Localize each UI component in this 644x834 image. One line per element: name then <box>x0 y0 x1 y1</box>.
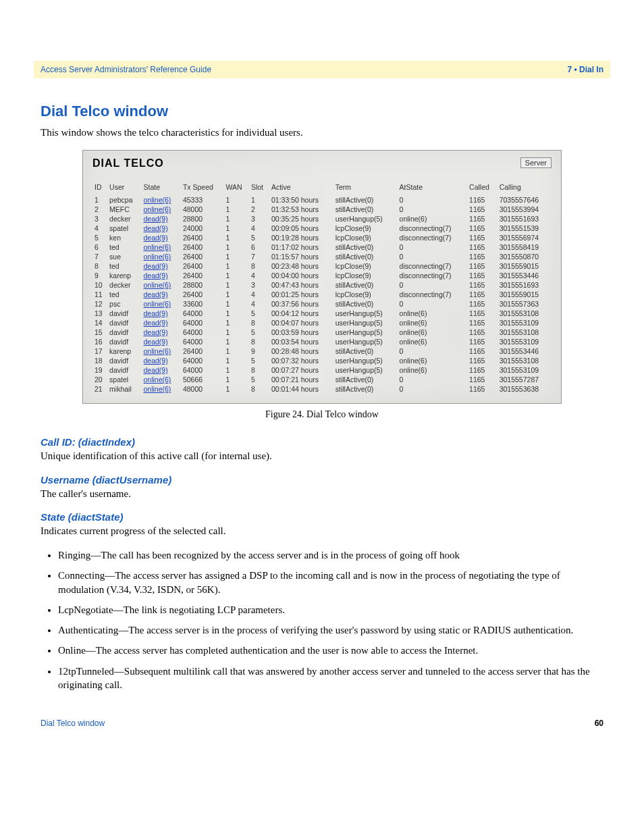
section-text: Unique identification of this active cal… <box>41 449 603 463</box>
col-state: State <box>141 182 180 195</box>
page-header: Access Server Administrators' Reference … <box>34 61 610 78</box>
list-item: Connecting—The access server has assigne… <box>58 569 603 596</box>
table-row: 5kendead(9)264001500:19:28 hourslcpClose… <box>92 233 552 242</box>
section-heading: Call ID: (diactIndex) <box>41 436 603 448</box>
table-row: 2MEFConline(6)480001201:32:53 hoursstill… <box>92 205 552 214</box>
state-link[interactable]: dead(9) <box>143 215 167 223</box>
dial-telco-window: DIAL TELCO Server IDUserStateTx SpeedWAN… <box>82 150 562 404</box>
col-wan: WAN <box>223 182 249 195</box>
list-item: Ringing—The call has been recognized by … <box>58 548 603 562</box>
telco-table: IDUserStateTx SpeedWANSlotActiveTermAtSt… <box>92 182 552 394</box>
col-active: Active <box>269 182 333 195</box>
section-heading: Username (diactUsername) <box>41 474 603 486</box>
page-footer: Dial Telco window 60 <box>41 719 603 728</box>
state-link[interactable]: online(6) <box>143 243 171 251</box>
col-calling: Calling <box>498 182 552 195</box>
col-user: User <box>107 182 141 195</box>
table-row: 6tedonline(6)264001601:17:02 hoursstillA… <box>92 242 552 252</box>
table-row: 21mikhailonline(6)480001800:01:44 hourss… <box>92 384 552 394</box>
state-link[interactable]: online(6) <box>143 205 171 213</box>
table-row: 12psconline(6)336001400:37:56 hoursstill… <box>92 299 552 309</box>
server-button[interactable]: Server <box>520 157 552 168</box>
state-link[interactable]: dead(9) <box>143 309 167 317</box>
table-row: 15davidfdead(9)640001500:03:59 hoursuser… <box>92 328 552 337</box>
state-link[interactable]: online(6) <box>143 253 171 261</box>
state-link[interactable]: online(6) <box>143 300 171 308</box>
table-row: 18davidfdead(9)640001500:07:32 hoursuser… <box>92 356 552 365</box>
list-item: Authenticating—The access server is in t… <box>58 623 603 637</box>
col-tx-speed: Tx Speed <box>181 182 224 195</box>
col-term: Term <box>333 182 398 195</box>
page-title: Dial Telco window <box>41 103 603 120</box>
table-row: 7sueonline(6)264001701:15:57 hoursstillA… <box>92 252 552 261</box>
col-slot: Slot <box>249 182 269 195</box>
table-row: 4spateldead(9)240001400:09:05 hourslcpCl… <box>92 224 552 233</box>
table-row: 20spatelonline(6)506661500:07:21 hoursst… <box>92 375 552 384</box>
header-right: 7 • Dial In <box>567 65 603 74</box>
section-text: The caller's username. <box>41 487 603 500</box>
table-row: 17karenponline(6)264001900:28:48 hoursst… <box>92 346 552 356</box>
state-link[interactable]: dead(9) <box>143 271 167 280</box>
footer-left: Dial Telco window <box>41 719 105 728</box>
header-left: Access Server Administrators' Reference … <box>41 65 211 74</box>
list-item: Online—The access server has completed a… <box>58 644 603 657</box>
intro-text: This window shows the telco characterist… <box>41 126 603 139</box>
table-row: 11teddead(9)264001400:01:25 hourslcpClos… <box>92 290 552 299</box>
figure-caption: Figure 24. Dial Telco window <box>82 409 562 420</box>
state-link[interactable]: online(6) <box>143 347 171 355</box>
table-row: 13davidfdead(9)640001500:04:12 hoursuser… <box>92 309 552 318</box>
state-link[interactable]: online(6) <box>143 281 171 289</box>
state-link[interactable]: dead(9) <box>143 234 167 242</box>
table-row: 1pebcpaonline(6)453331101:33:50 hourssti… <box>92 195 552 205</box>
list-item: LcpNegotiate—The link is negotiating LCP… <box>58 603 603 617</box>
table-row: 3deckerdead(9)288001300:35:25 hoursuserH… <box>92 214 552 224</box>
col-called: Called <box>467 182 498 195</box>
state-link[interactable]: dead(9) <box>143 328 167 336</box>
state-link[interactable]: dead(9) <box>143 366 167 374</box>
table-row: 14davidfdead(9)640001800:04:07 hoursuser… <box>92 318 552 328</box>
section-text: Indicates current progress of the select… <box>41 524 603 538</box>
col-atstate: AtState <box>398 182 468 195</box>
state-link[interactable]: online(6) <box>143 196 171 204</box>
state-link[interactable]: online(6) <box>143 385 171 393</box>
window-title: DIAL TELCO <box>92 157 164 170</box>
footer-page-number: 60 <box>595 719 603 728</box>
table-row: 19davidfdead(9)640001800:07:27 hoursuser… <box>92 365 552 375</box>
table-row: 8teddead(9)264001800:23:48 hourslcpClose… <box>92 261 552 271</box>
state-link[interactable]: dead(9) <box>143 357 167 365</box>
state-link[interactable]: dead(9) <box>143 262 167 270</box>
state-bullet-list: Ringing—The call has been recognized by … <box>41 548 603 692</box>
table-row: 9karenpdead(9)264001400:04:00 hourslcpCl… <box>92 271 552 280</box>
table-row: 16davidfdead(9)640001800:03:54 hoursuser… <box>92 337 552 346</box>
section-heading: State (diactState) <box>41 511 603 523</box>
state-link[interactable]: dead(9) <box>143 338 167 346</box>
col-id: ID <box>92 182 107 195</box>
state-link[interactable]: dead(9) <box>143 224 167 232</box>
state-link[interactable]: dead(9) <box>143 319 167 327</box>
state-link[interactable]: dead(9) <box>143 290 167 298</box>
figure-container: DIAL TELCO Server IDUserStateTx SpeedWAN… <box>82 150 562 420</box>
state-link[interactable]: online(6) <box>143 375 171 384</box>
list-item: 12tpTunneled—Subsequent multilink call t… <box>58 664 603 692</box>
table-row: 10deckeronline(6)288001300:47:43 hoursst… <box>92 280 552 290</box>
